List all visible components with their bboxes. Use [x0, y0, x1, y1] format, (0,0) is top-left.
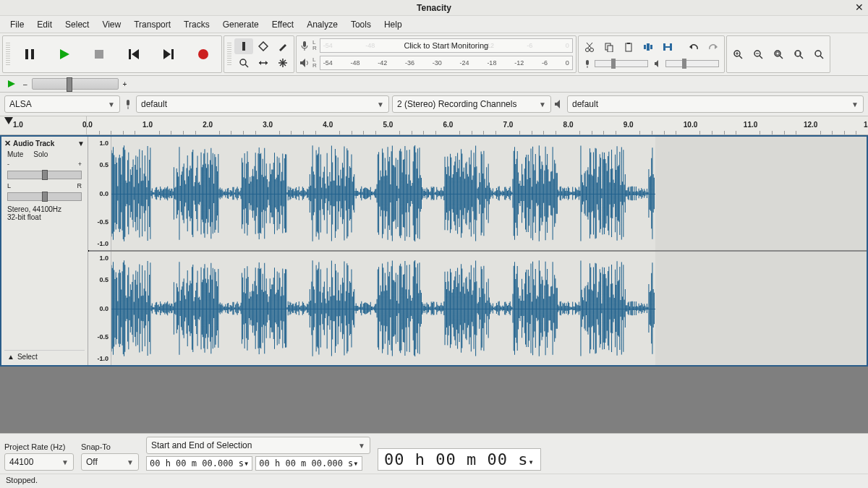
selection-end-time[interactable]: 00 h 00 m 00.000 s▾ — [255, 456, 362, 471]
playback-speed-slider[interactable] — [32, 78, 119, 90]
recording-device-combo[interactable]: default▼ — [136, 95, 389, 113]
play-at-speed-button[interactable] — [4, 78, 19, 90]
zoom-out-button[interactable] — [749, 45, 767, 64]
zoom-in-button[interactable] — [728, 45, 747, 64]
copy-button[interactable] — [600, 38, 618, 56]
record-button[interactable] — [187, 40, 220, 69]
svg-rect-19 — [303, 41, 306, 47]
close-button[interactable]: ✕ — [855, 1, 864, 13]
mute-button[interactable]: Mute — [7, 150, 23, 158]
zoom-toggle-button[interactable] — [809, 45, 828, 64]
amplitude-scale[interactable]: 1.00.50.0-0.5-1.0 — [88, 137, 111, 250]
silence-button[interactable] — [658, 38, 677, 56]
menubar: File Edit Select View Transport Tracks G… — [0, 16, 868, 33]
monitoring-hint[interactable]: Click to Start Monitoring — [320, 41, 572, 50]
svg-rect-33 — [663, 43, 665, 51]
trim-button[interactable] — [639, 38, 658, 56]
lr-label: LR — [312, 40, 317, 51]
audio-host-combo[interactable]: ALSA▼ — [4, 95, 120, 113]
timeline-marker-icon — [4, 117, 13, 124]
svg-marker-60 — [555, 100, 560, 108]
snap-to-combo[interactable]: Off▼ — [81, 453, 139, 471]
skip-end-button[interactable] — [152, 40, 185, 69]
menu-edit[interactable]: Edit — [31, 17, 58, 33]
redo-button[interactable] — [704, 38, 723, 56]
menu-help[interactable]: Help — [378, 17, 408, 33]
lr-label: LR — [312, 57, 317, 69]
draw-tool[interactable] — [273, 38, 292, 54]
amplitude-scale[interactable]: 1.00.50.0-0.5-1.0 — [88, 252, 111, 365]
svg-rect-4 — [129, 49, 131, 59]
cut-button[interactable] — [580, 38, 599, 56]
svg-marker-6 — [163, 49, 171, 59]
timeline-ruler[interactable]: 1.0 0.01.02.03.04.05.06.07.08.09.010.011… — [0, 116, 868, 135]
zoom-tool[interactable] — [234, 55, 253, 71]
svg-marker-36 — [689, 45, 692, 49]
svg-line-54 — [800, 56, 803, 59]
pause-button[interactable] — [13, 40, 46, 69]
svg-point-23 — [590, 48, 593, 52]
svg-rect-27 — [608, 46, 613, 52]
track-menu-button[interactable]: ▼ — [77, 140, 85, 147]
audio-position-display[interactable]: 00 h 00 m 00 s▾ — [378, 448, 541, 471]
track-name[interactable]: Audio Track — [13, 140, 54, 147]
menu-tracks[interactable]: Tracks — [178, 17, 216, 33]
svg-rect-49 — [776, 52, 779, 55]
menu-select[interactable]: Select — [59, 17, 95, 33]
menu-view[interactable]: View — [96, 17, 127, 33]
fit-selection-button[interactable] — [769, 45, 788, 64]
waveform-right[interactable] — [111, 252, 867, 365]
gain-slider[interactable] — [7, 171, 82, 179]
recording-channels-combo[interactable]: 2 (Stereo) Recording Channels▼ — [392, 95, 551, 113]
menu-effect[interactable]: Effect — [266, 17, 299, 33]
menu-transport[interactable]: Transport — [128, 17, 176, 33]
svg-rect-3 — [95, 50, 103, 59]
waveform-left[interactable] — [111, 137, 867, 250]
fit-project-button[interactable] — [789, 45, 808, 64]
collapse-icon[interactable]: ▲ — [7, 353, 14, 361]
playback-meter[interactable]: -54 -48 -42 -36 -30 -24 -18 -12 -6 0 — [320, 56, 573, 70]
play-button[interactable] — [48, 40, 81, 69]
speaker-icon — [554, 99, 564, 109]
selection-mode-combo[interactable]: Start and End of Selection▼ — [146, 437, 370, 454]
recording-volume-slider[interactable] — [583, 59, 648, 68]
svg-rect-0 — [25, 49, 28, 59]
svg-rect-9 — [242, 42, 245, 51]
timeshift-tool[interactable] — [254, 55, 273, 71]
recording-meter[interactable]: -54 -48 -4 Click to Start Monitoring .8 … — [320, 38, 573, 53]
speaker-icon[interactable] — [299, 58, 310, 68]
multi-tool[interactable] — [273, 55, 292, 71]
solo-button[interactable]: Solo — [33, 150, 48, 158]
undo-button[interactable] — [684, 38, 703, 56]
project-rate-combo[interactable]: 44100▼ — [4, 453, 74, 471]
menu-tools[interactable]: Tools — [345, 17, 377, 33]
svg-rect-29 — [627, 43, 630, 44]
track-select-label[interactable]: Select — [17, 353, 38, 361]
track-close-button[interactable]: ✕ — [4, 139, 11, 148]
edit-toolbar — [578, 35, 725, 73]
stop-button[interactable] — [82, 40, 116, 69]
playback-volume-slider[interactable] — [654, 59, 719, 68]
audio-track[interactable]: ✕ Audio Track ▼ Mute Solo LR Stereo, 441… — [0, 135, 868, 367]
svg-line-47 — [760, 56, 762, 59]
skip-start-button[interactable] — [117, 40, 150, 69]
mic-icon[interactable] — [299, 40, 310, 51]
pan-slider[interactable] — [7, 192, 82, 201]
svg-line-11 — [245, 64, 248, 67]
envelope-tool[interactable] — [254, 38, 273, 54]
track-control-panel[interactable]: ✕ Audio Track ▼ Mute Solo LR Stereo, 441… — [1, 137, 88, 365]
paste-button[interactable] — [619, 38, 638, 56]
grip[interactable] — [6, 43, 10, 66]
svg-rect-30 — [644, 45, 646, 49]
meters-toolbar: LR -54 -48 -4 Click to Start Monitoring … — [296, 35, 576, 73]
selection-tool[interactable] — [234, 38, 253, 54]
menu-file[interactable]: File — [4, 17, 30, 33]
playback-device-combo[interactable]: default▼ — [567, 95, 864, 113]
grip[interactable] — [227, 43, 231, 66]
snap-to-label: Snap-To — [81, 442, 139, 451]
svg-marker-2 — [60, 49, 69, 59]
menu-generate[interactable]: Generate — [217, 17, 265, 33]
menu-analyze[interactable]: Analyze — [301, 17, 344, 33]
selection-start-time[interactable]: 00 h 00 m 00.000 s▾ — [146, 456, 252, 471]
titlebar: Tenacity ✕ — [0, 0, 868, 16]
